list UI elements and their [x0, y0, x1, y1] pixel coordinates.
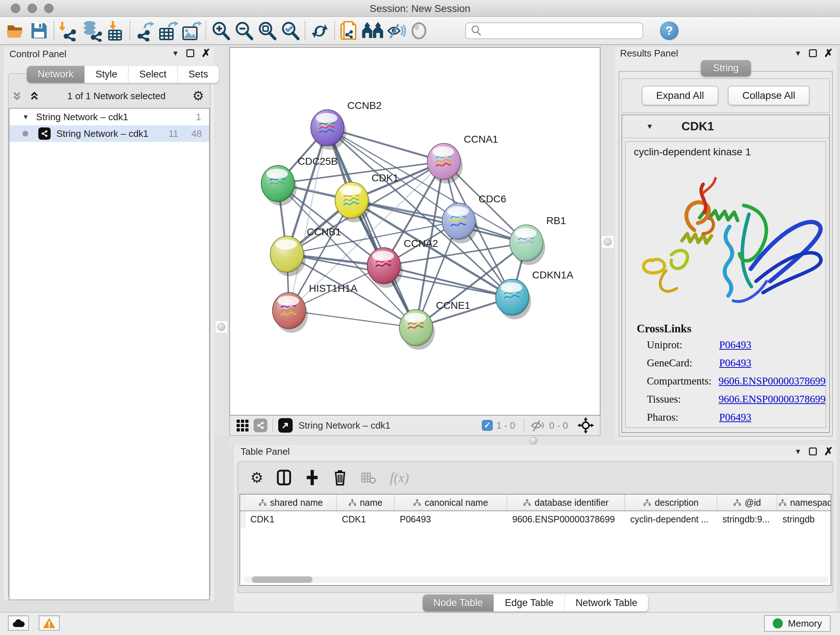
collapse-all-icon[interactable]: [11, 90, 23, 102]
database-network-icon: [81, 20, 103, 42]
zoom-selected-button[interactable]: [279, 19, 302, 42]
table-panel-menu-icon[interactable]: ▼: [794, 448, 802, 456]
splitter-handle[interactable]: [218, 323, 225, 331]
string-view-icon[interactable]: [254, 418, 267, 432]
control-panel-float-icon[interactable]: [186, 49, 194, 57]
network-node-HIST1H1A[interactable]: HIST1H1A: [272, 283, 357, 333]
show-columns-icon[interactable]: [276, 469, 292, 486]
table-cell[interactable]: cyclin-dependent ...: [625, 511, 717, 528]
warnings-button[interactable]: [39, 616, 60, 631]
network-list-options-gear-icon[interactable]: ⚙: [193, 88, 204, 103]
export-network-icon: [134, 20, 155, 41]
network-node-CCNA1[interactable]: CCNA1: [427, 134, 498, 184]
network-canvas[interactable]: CCNB2CCNA1CDC25BCDK1CDC6RB1CCNB1CCNA2CDK…: [229, 47, 600, 416]
fit-content-crosshair-icon[interactable]: [576, 416, 595, 434]
column-header-name[interactable]: name: [337, 494, 395, 510]
tab-string[interactable]: String: [701, 60, 751, 76]
tab-sets[interactable]: Sets: [178, 66, 219, 83]
tab-network-table[interactable]: Network Table: [565, 594, 648, 611]
column-header-shared-name[interactable]: shared name: [245, 494, 337, 510]
refresh-layout-button[interactable]: [308, 19, 332, 42]
string-document-button[interactable]: [338, 19, 361, 42]
crosslink-link[interactable]: 9606.ENSP00000378699: [718, 375, 826, 387]
table-cell[interactable]: CDK1: [245, 511, 337, 528]
network-edge-HIST1H1A-CCNE1[interactable]: [289, 310, 416, 328]
network-collection-row[interactable]: ▼ String Network – cdk1 1: [9, 109, 209, 125]
crosslink-link[interactable]: P06493: [719, 339, 752, 351]
crosslink-link[interactable]: P06493: [719, 411, 752, 423]
search-input[interactable]: [485, 26, 638, 36]
help-button[interactable]: ?: [660, 21, 679, 40]
hide-unhide-button[interactable]: [384, 19, 407, 42]
gray-sphere-button[interactable]: [407, 19, 431, 42]
table-options-gear-icon[interactable]: ⚙: [250, 469, 264, 486]
delete-column-trash-icon[interactable]: [333, 469, 347, 486]
table-horizontal-scrollbar[interactable]: [243, 576, 829, 583]
refresh-icon: [309, 21, 330, 41]
collapse-all-button[interactable]: Collapse All: [728, 86, 810, 105]
table-panel-float-icon[interactable]: [809, 448, 817, 455]
memory-button[interactable]: Memory: [764, 615, 831, 632]
export-network-button[interactable]: [133, 19, 156, 42]
left-splitter[interactable]: [214, 47, 229, 436]
results-panel-menu-icon[interactable]: ▼: [794, 49, 802, 57]
open-in-string-icon[interactable]: [278, 418, 293, 432]
export-image-button[interactable]: [180, 19, 202, 42]
table-panel-close-icon[interactable]: ✗: [824, 448, 833, 455]
save-session-button[interactable]: [27, 19, 51, 42]
scrollbar-thumb[interactable]: [252, 576, 313, 583]
export-table-button[interactable]: [156, 19, 180, 42]
import-table-button[interactable]: [103, 19, 126, 42]
results-panel-float-icon[interactable]: [809, 49, 817, 57]
zoom-fit-button[interactable]: [256, 19, 279, 42]
network-node-RB1[interactable]: RB1: [510, 215, 566, 265]
crosslink-link[interactable]: 9606.ENSP00000378699: [718, 393, 826, 405]
crosslink-link[interactable]: P06493: [719, 357, 752, 369]
column-header-database-identifier[interactable]: database identifier: [507, 494, 625, 510]
control-panel-menu-icon[interactable]: ▼: [172, 49, 179, 57]
collection-expand-icon[interactable]: ▼: [22, 113, 29, 121]
import-network-file-button[interactable]: [57, 19, 80, 42]
network-node-CCNE1[interactable]: CCNE1: [399, 300, 470, 350]
hidden-eye-icon[interactable]: [530, 418, 546, 432]
column-type-icon: [348, 499, 356, 507]
right-splitter[interactable]: [600, 47, 615, 436]
table-cell[interactable]: stringdb: [777, 511, 831, 528]
string-home-button[interactable]: [361, 19, 384, 42]
tab-node-table[interactable]: Node Table: [423, 594, 494, 611]
zoom-in-button[interactable]: [209, 19, 232, 42]
gene-header[interactable]: ▼ CDK1: [622, 115, 829, 138]
table-cell[interactable]: stringdb:9...: [717, 511, 777, 528]
zoom-out-button[interactable]: [232, 19, 256, 42]
tab-select[interactable]: Select: [128, 66, 178, 83]
selected-nodes-checkbox[interactable]: ✓: [482, 420, 493, 431]
splitter-handle[interactable]: [529, 437, 537, 445]
import-network-database-button[interactable]: [80, 19, 103, 42]
splitter-handle[interactable]: [604, 238, 612, 246]
column-header-namespace[interactable]: namespace: [777, 494, 831, 510]
results-panel-close-icon[interactable]: ✗: [824, 49, 833, 57]
network-node-CDKN1A[interactable]: CDKN1A: [496, 269, 573, 319]
network-row-selected[interactable]: String Network – cdk1 11 48: [9, 125, 209, 142]
gene-collapse-icon[interactable]: ▼: [646, 122, 653, 131]
table-row[interactable]: CDK1CDK1P064939606.ENSP00000378699cyclin…: [240, 511, 831, 528]
column-header-description[interactable]: description: [625, 494, 717, 510]
add-column-icon[interactable]: [305, 469, 320, 486]
open-session-button[interactable]: [4, 19, 27, 42]
network-graph: CCNB2CCNA1CDC25BCDK1CDC6RB1CCNB1CCNA2CDK…: [230, 48, 600, 415]
tab-edge-table[interactable]: Edge Table: [494, 594, 565, 611]
table-cell[interactable]: CDK1: [337, 511, 395, 528]
save-floppy-icon: [29, 21, 49, 41]
birds-eye-view-icon[interactable]: [237, 420, 248, 432]
table-cell[interactable]: 9606.ENSP00000378699: [507, 511, 625, 528]
network-node-CCNB2[interactable]: CCNB2: [311, 100, 382, 150]
column-header-canonical-name[interactable]: canonical name: [395, 494, 507, 510]
table-cell[interactable]: P06493: [395, 511, 507, 528]
tab-style[interactable]: Style: [85, 66, 128, 83]
control-panel-close-icon[interactable]: ✗: [202, 49, 210, 57]
column-header--id[interactable]: @id: [717, 494, 777, 510]
expand-all-button[interactable]: Expand All: [642, 86, 718, 105]
cloud-status-button[interactable]: [8, 616, 29, 631]
expand-all-icon[interactable]: [28, 90, 41, 102]
tab-network[interactable]: Network: [27, 66, 85, 83]
